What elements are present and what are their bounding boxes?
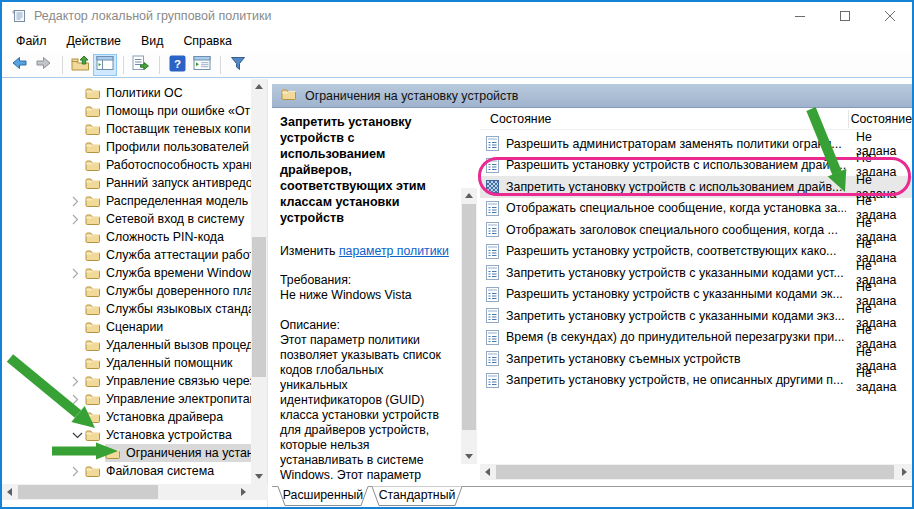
console-tree-icon	[96, 55, 114, 74]
tree-item-body[interactable]: Служба времени Windows	[85, 264, 251, 282]
chevron-down-icon[interactable]	[72, 432, 85, 439]
scroll-up-button[interactable]	[461, 188, 477, 203]
policy-setting-link[interactable]: параметр политики	[339, 244, 449, 258]
scrollbar-thumb[interactable]	[18, 485, 158, 499]
tree-item-body[interactable]: Сложность PIN-кода	[85, 228, 230, 246]
tab-standard[interactable]: Стандартный	[372, 488, 462, 502]
tree-item[interactable]: Установка устройства	[2, 426, 251, 444]
scroll-right-button[interactable]	[236, 484, 251, 500]
policy-row-selected[interactable]: Запретить установку устройств с использо…	[480, 176, 912, 198]
tree-item-body[interactable]: Сетевой вход в систему	[85, 210, 250, 228]
tree-item-body[interactable]: Профили пользователей	[85, 138, 251, 156]
scrollbar-thumb[interactable]	[496, 465, 894, 479]
column-header-state[interactable]: Состояние	[844, 112, 912, 126]
tree-item-selected[interactable]: Ограничения на устано	[105, 444, 251, 462]
menu-item[interactable]: Справка	[173, 32, 242, 50]
chevron-right-icon[interactable]	[72, 268, 85, 279]
tree-item[interactable]: Установка драйвера	[2, 408, 251, 426]
tree-item[interactable]: Управление электропитан	[2, 390, 251, 408]
chevron-right-icon[interactable]	[72, 214, 85, 225]
tree-item-body[interactable]: Ранний запуск антивредон	[85, 174, 251, 192]
tree-item[interactable]: Поставщик теневых копий	[2, 120, 251, 138]
scroll-right-button[interactable]	[897, 464, 912, 480]
tree-item-body[interactable]: Сценарии	[85, 318, 169, 336]
policy-setting-icon	[486, 201, 500, 216]
toolbar-filter-button[interactable]	[226, 54, 250, 76]
tree-item-body[interactable]: Удаленный вызов процеду	[85, 336, 251, 354]
scroll-up-button[interactable]	[251, 79, 267, 94]
tree-item[interactable]: Удаленный помощник	[2, 354, 251, 372]
tree-item-body[interactable]: Службы доверенного плат	[85, 282, 251, 300]
policy-row[interactable]: Запретить установку съемных устройствНе …	[480, 348, 912, 370]
column-header-setting[interactable]: Состояние	[480, 112, 844, 126]
tree-item-body[interactable]: Политики ОС	[85, 84, 189, 102]
toolbar-up-one-level-button[interactable]	[68, 54, 92, 76]
scroll-down-button[interactable]	[251, 469, 267, 484]
toolbar-back-button[interactable]	[7, 54, 31, 76]
tree-item[interactable]: Служба времени Windows	[2, 264, 251, 282]
tree-item[interactable]: Удаленный вызов процеду	[2, 336, 251, 354]
tree-item-body[interactable]: Службы языковых стандар	[85, 300, 251, 318]
toolbar-show-properties-button[interactable]	[190, 54, 214, 76]
tree-item[interactable]: Управление связью через	[2, 372, 251, 390]
tree-item-body[interactable]: Помощь при ошибке «От	[85, 102, 251, 120]
chevron-right-icon[interactable]	[72, 376, 85, 387]
tree-item[interactable]: Сложность PIN-кода	[2, 228, 251, 246]
tree-item-body[interactable]: Работоспособность храни	[85, 156, 251, 174]
tab-extended[interactable]: Расширенный	[278, 488, 368, 502]
tree-item-body[interactable]: Файловая система	[85, 462, 220, 480]
tree-item[interactable]: Работоспособность храни	[2, 156, 251, 174]
policy-row[interactable]: Запретить установку устройств с указанны…	[480, 305, 912, 327]
scroll-left-button[interactable]	[2, 484, 17, 500]
policy-row[interactable]: Отображать специальное сообщение, когда …	[480, 198, 912, 220]
policy-row[interactable]: Запретить установку устройств, не описан…	[480, 370, 912, 392]
tree-item[interactable]: Политики ОС	[2, 84, 251, 102]
toolbar-forward-button[interactable]	[32, 54, 56, 76]
tree-item[interactable]: Сценарии	[2, 318, 251, 336]
tree-item[interactable]: Ранний запуск антивредон	[2, 174, 251, 192]
toolbar-console-tree-button[interactable]	[93, 54, 117, 76]
folder-icon	[85, 357, 100, 369]
tree-item-body[interactable]: Управление электропитан	[85, 390, 251, 408]
tree-item[interactable]: Файловая система	[2, 462, 251, 480]
minimize-button[interactable]	[777, 2, 822, 30]
tree-item[interactable]: Распределенная модель С	[2, 192, 251, 210]
tree-item-body[interactable]: Удаленный помощник	[85, 354, 239, 372]
tree-item-body[interactable]: Установка устройства	[85, 426, 238, 444]
chevron-right-icon[interactable]	[72, 394, 85, 405]
tree-item[interactable]: Профили пользователей	[2, 138, 251, 156]
tree-item[interactable]: Службы доверенного плат	[2, 282, 251, 300]
toolbar-help-button[interactable]: ?	[165, 54, 189, 76]
tree-item[interactable]: Служба аттестации работо	[2, 246, 251, 264]
scrollbar-thumb[interactable]	[252, 237, 266, 377]
policy-setting-icon	[486, 287, 500, 302]
scrollbar-thumb[interactable]	[462, 204, 476, 430]
tree-item-body[interactable]: Установка драйвера	[85, 408, 229, 426]
policy-row[interactable]: Разрешить установку устройств с использо…	[480, 155, 912, 177]
policy-row[interactable]: Запретить установку устройств с указанны…	[480, 262, 912, 284]
policy-row[interactable]: Разрешить установку устройств с указанны…	[480, 284, 912, 306]
close-button[interactable]	[867, 2, 912, 30]
tree-item-body[interactable]: Служба аттестации работо	[85, 246, 251, 264]
tree-item[interactable]: Ограничения на устано	[2, 444, 251, 462]
toolbar-separator	[123, 56, 124, 74]
policy-row[interactable]: Разрешить администраторам заменять полит…	[480, 133, 912, 155]
maximize-button[interactable]	[822, 2, 867, 30]
policy-row[interactable]: Отображать заголовок специального сообще…	[480, 219, 912, 241]
menu-item[interactable]: Действие	[56, 32, 130, 50]
tree-item-body[interactable]: Поставщик теневых копий	[85, 120, 251, 138]
menu-item[interactable]: Файл	[6, 32, 56, 50]
tree-item[interactable]: Помощь при ошибке «От	[2, 102, 251, 120]
policy-row[interactable]: Разрешить установку устройств, соответст…	[480, 241, 912, 263]
chevron-right-icon[interactable]	[72, 466, 85, 477]
tree-item[interactable]: Сетевой вход в систему	[2, 210, 251, 228]
chevron-right-icon[interactable]	[72, 196, 85, 207]
policy-row[interactable]: Время (в секундах) до принудительной пер…	[480, 327, 912, 349]
tree-item-body[interactable]: Управление связью через	[85, 372, 251, 390]
tree-item-body[interactable]: Распределенная модель С	[85, 192, 251, 210]
menu-item[interactable]: Вид	[131, 32, 173, 50]
tree-item[interactable]: Службы языковых стандар	[2, 300, 251, 318]
scroll-down-button[interactable]	[461, 449, 477, 464]
scroll-left-button[interactable]	[480, 464, 495, 480]
toolbar-export-list-button[interactable]	[129, 54, 153, 76]
